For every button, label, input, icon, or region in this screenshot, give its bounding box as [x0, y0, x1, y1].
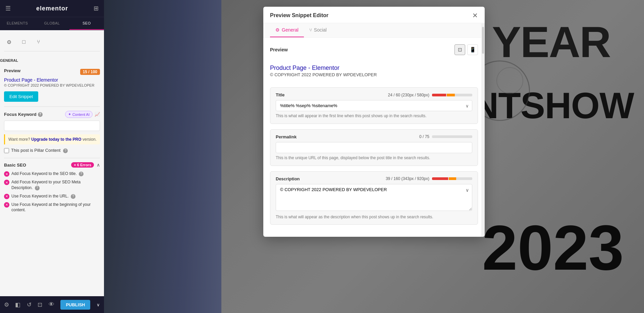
error-circle-1: ✕: [4, 171, 9, 177]
branch-icon[interactable]: ⑂: [34, 37, 44, 47]
permalink-progress-track: [432, 135, 472, 138]
template-icon[interactable]: □: [19, 37, 29, 47]
pillar-content-checkbox[interactable]: [4, 148, 9, 153]
error-3-info[interactable]: ?: [71, 194, 75, 199]
permalink-counter: 0 / 75: [419, 134, 429, 139]
error-circle-2: ✕: [4, 180, 9, 185]
focus-keyword-info-icon[interactable]: ?: [38, 112, 43, 117]
error-badge: × 6 Errors: [71, 162, 94, 168]
basic-seo-section: Basic SEO × 6 Errors ∧ ✕ Add Focus Keywo…: [4, 162, 100, 213]
permalink-hint: This is the unique URL of this page, dis…: [276, 155, 472, 161]
tab-elements[interactable]: ELEMENTS: [0, 17, 35, 30]
description-input-row: ∨: [276, 184, 472, 212]
trend-icon[interactable]: 📈: [95, 112, 100, 117]
seo-error-text-2: Add Focus Keyword to your SEO Meta Descr…: [11, 179, 100, 191]
description-dropdown-arrow[interactable]: ∨: [466, 187, 469, 193]
description-textarea[interactable]: [276, 184, 472, 211]
edit-snippet-button[interactable]: Edit Snippet: [4, 91, 38, 102]
title-field-label: Title: [276, 92, 285, 97]
pillar-content-label: This post is Pillar Content ?: [11, 148, 68, 153]
modal-header: Preview Snippet Editor ✕: [263, 7, 485, 23]
gear-bottom-icon[interactable]: ⚙: [4, 301, 9, 308]
modal-preview-row: Preview ⊡ 📱: [270, 44, 478, 55]
seo-error-4: ✕ Use Focus Keyword at the beginning of …: [4, 202, 100, 213]
snippet-editor-modal: Preview Snippet Editor ✕ ⚙ General ⑂ Soc…: [263, 7, 485, 237]
history-icon[interactable]: ↺: [27, 301, 32, 308]
snippet-preview-url: © COPYRIGHT 2022 POWERED BY WPDEVELOPER: [270, 72, 478, 77]
focus-keyword-row: Focus Keyword ? ✦ Content AI 📈: [4, 111, 100, 118]
pillar-info-icon[interactable]: ?: [63, 148, 68, 153]
responsive-icon[interactable]: ⊡: [38, 301, 42, 308]
modal-scrollbar-thumb[interactable]: [482, 27, 484, 54]
error-1-info[interactable]: ?: [79, 172, 84, 176]
title-progress-red: [432, 94, 446, 96]
description-field-group: Description 39 / 160 (343px / 920px) ∨: [270, 171, 478, 225]
modal-overlay: Preview Snippet Editor ✕ ⚙ General ⑂ Soc…: [104, 0, 644, 313]
description-progress-orange: [449, 177, 456, 180]
snippet-preview: Product Page - Elementor © COPYRIGHT 202…: [270, 60, 478, 82]
error-2-info[interactable]: ?: [35, 186, 40, 190]
sidebar-bottom: ⚙ ◧ ↺ ⊡ 👁 PUBLISH ∨: [0, 296, 104, 313]
seo-error-text-1: Add Focus Keyword to the SEO title. ?: [11, 171, 100, 177]
tab-seo[interactable]: SEO: [69, 17, 104, 30]
modal-tab-general[interactable]: ⚙ General: [270, 23, 304, 37]
seo-error-3: ✕ Use Focus Keyword in the URL. ?: [4, 193, 100, 199]
publish-button[interactable]: PUBLISH: [60, 300, 90, 310]
preview-title[interactable]: Product Page - Elementor: [4, 77, 100, 83]
sidebar-content: ⚙ □ ⑂ GENERAL Preview 15 / 100 Product P…: [0, 30, 104, 296]
gear-settings-icon[interactable]: ⚙: [4, 37, 14, 47]
content-ai-button[interactable]: ✦ Content AI: [65, 111, 93, 118]
social-tab-icon: ⑂: [309, 27, 312, 33]
layers-icon[interactable]: ◧: [15, 301, 20, 308]
modal-close-button[interactable]: ✕: [472, 12, 478, 19]
desktop-view-button[interactable]: ⊡: [454, 44, 465, 55]
sidebar-header: ☰ elementor ⊞: [0, 0, 104, 17]
content-ai-icon: ✦: [68, 112, 71, 117]
general-tab-icon: ⚙: [275, 27, 280, 33]
pillar-content-row: This post is Pillar Content ?: [4, 148, 100, 153]
title-field-group: Title 24 / 60 (230px / 580px) %title% %s…: [270, 87, 478, 124]
permalink-input[interactable]: [276, 142, 472, 153]
modal-title: Preview Snippet Editor: [270, 12, 328, 18]
sidebar: ☰ elementor ⊞ ELEMENTS GLOBAL SEO ⚙ □ ⑂ …: [0, 0, 104, 313]
title-input-row: %title% %sep% %sitename% ∨: [276, 100, 472, 111]
publish-chevron[interactable]: ∨: [97, 302, 100, 307]
tab-global[interactable]: GLOBAL: [35, 17, 69, 30]
focus-keyword-input[interactable]: [4, 121, 100, 131]
permalink-progress-empty: [432, 135, 472, 138]
title-progress-orange: [447, 94, 455, 96]
preview-label: Preview: [4, 68, 20, 73]
device-buttons: ⊡ 📱: [454, 44, 478, 55]
preview-url: © COPYRIGHT 2022 POWERED BY WPDEVELOPER: [4, 83, 100, 87]
description-progress-red: [432, 177, 448, 180]
elementor-logo: elementor: [36, 5, 68, 12]
divider-1: [4, 106, 100, 107]
modal-tab-social[interactable]: ⑂ Social: [304, 23, 332, 37]
seo-error-1: ✕ Add Focus Keyword to the SEO title. ?: [4, 171, 100, 177]
divider-2: [4, 158, 100, 158]
description-field-label: Description: [276, 176, 300, 181]
snippet-preview-title: Product Page - Elementor: [270, 64, 478, 72]
upgrade-link[interactable]: Upgrade today to the PRO: [31, 137, 81, 142]
grid-icon[interactable]: ⊞: [94, 5, 99, 12]
collapse-icon[interactable]: ∧: [97, 162, 100, 168]
error-circle-4: ✕: [4, 202, 9, 208]
title-field-header: Title 24 / 60 (230px / 580px): [276, 92, 472, 97]
modal-scrollbar-track: [481, 24, 485, 237]
description-counter: 39 / 160 (343px / 920px): [386, 176, 429, 181]
permalink-input-row: [276, 142, 472, 153]
description-hint: This is what will appear as the descript…: [276, 214, 472, 220]
eye-icon[interactable]: 👁: [49, 301, 54, 308]
title-progress-track: [432, 94, 472, 96]
hamburger-icon[interactable]: ☰: [5, 5, 11, 12]
mobile-view-button[interactable]: 📱: [467, 44, 478, 55]
basic-seo-header: Basic SEO × 6 Errors ∧: [4, 162, 100, 168]
permalink-field-header: Permalink 0 / 75: [276, 134, 472, 139]
title-select[interactable]: %title% %sep% %sitename%: [276, 100, 472, 111]
modal-tabs: ⚙ General ⑂ Social: [263, 23, 485, 38]
seo-error-text-4: Use Focus Keyword at the beginning of yo…: [11, 202, 100, 213]
permalink-field-label: Permalink: [276, 134, 297, 139]
title-counter: 24 / 60 (230px / 580px): [388, 93, 429, 97]
main-area: / YEAR NTSHOW 2023 Preview Snippet Edito…: [104, 0, 644, 313]
focus-keyword-label: Focus Keyword ?: [4, 112, 43, 117]
